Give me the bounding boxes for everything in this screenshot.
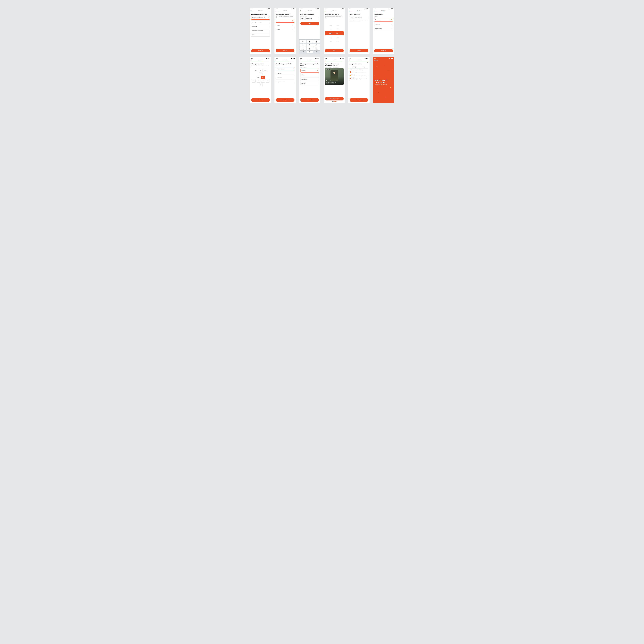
date-picker[interactable]: Aug2010 Sep2010 Oct2011 Nov2012 Dec2013 [325, 19, 344, 48]
pos-rwf[interactable]: RWF [263, 69, 267, 72]
timeline-body: We will send you a reminder that your tr… [352, 76, 368, 77]
country-code-selector[interactable]: +82⌄ [300, 17, 305, 20]
screen-step-9: 9:41 ‹Step 9 of 11 What do you want to i… [299, 57, 320, 103]
screen-subtitle: I want to… [374, 16, 393, 17]
billing-tabs: Monthly Yearly [350, 66, 368, 69]
tab-monthly[interactable]: Monthly [350, 66, 359, 68]
timeline-step-today: 🔒 Today Get access to all our programs a… [352, 71, 368, 73]
close-button[interactable]: ✕ [367, 62, 368, 63]
option-fun[interactable]: Play for fun [374, 22, 393, 26]
screen-title: What describes you best? [276, 14, 294, 15]
key-backspace[interactable]: ⌫ [313, 51, 320, 53]
back-button[interactable]: ‹ [300, 59, 301, 60]
key-9[interactable]: 9WXYZ [313, 47, 320, 50]
select-program-button[interactable]: Select this program [325, 97, 344, 100]
back-button[interactable]: ‹ [350, 59, 350, 60]
option-other[interactable]: Other [251, 33, 270, 37]
continue-button[interactable]: Continue [251, 98, 270, 102]
back-button[interactable]: ‹ [325, 10, 325, 11]
pos-amf[interactable]: AMF [259, 73, 262, 75]
timeline-step-2days: 🔔 In 2 days We will send you a reminder … [352, 75, 368, 77]
radio-icon [292, 25, 293, 26]
back-button[interactable]: ‹ [325, 59, 325, 60]
pos-lwf[interactable]: LWF [254, 69, 258, 72]
pos-dmf[interactable]: DMF [261, 76, 265, 79]
phone-input[interactable]: 01046039734 [305, 17, 319, 20]
option-ads[interactable]: Online ads [251, 25, 270, 28]
battery-icon [317, 58, 319, 59]
continue-button[interactable]: Continue [276, 49, 294, 52]
key-5[interactable]: 5JKL [307, 44, 313, 47]
pos-cb1[interactable]: CB [256, 80, 260, 83]
status-bar: 9:41 [274, 8, 296, 10]
back-button[interactable]: ‹ [300, 10, 301, 11]
option-ball-technique[interactable]: Ball technique [300, 78, 319, 81]
continue-button[interactable]: Continue [350, 49, 368, 52]
option-pro[interactable]: Become a pro [374, 18, 393, 22]
option-physical[interactable]: Physical [300, 73, 319, 77]
option-parent[interactable]: Parent [276, 28, 294, 31]
back-button[interactable]: ‹ [251, 10, 252, 11]
start-trial-button[interactable]: Start free trial [350, 98, 368, 102]
continue-button[interactable]: Continue [300, 98, 319, 102]
pos-cf[interactable]: CF [259, 69, 262, 72]
screen-title: What's your name? [350, 14, 368, 15]
continue-button[interactable]: Continue [374, 49, 393, 52]
option-4days[interactable]: 4 days/week [276, 76, 294, 79]
option-search[interactable]: Search (Google, App Store, etc.) ✓ [251, 16, 270, 20]
key-4[interactable]: 4GHI [300, 44, 306, 47]
status-time: 9:41 [350, 58, 351, 59]
key-2[interactable]: 2ABC [307, 40, 313, 43]
option-mentality[interactable]: Mentality [300, 82, 319, 85]
name-input[interactable]: Enter your name or nickname [350, 16, 368, 19]
pos-gk[interactable]: GK [259, 83, 262, 86]
option-coach[interactable]: Coach [276, 23, 294, 27]
check-icon: ✓ [268, 17, 269, 18]
key-3[interactable]: 3DEF [313, 40, 320, 43]
option-3days[interactable]: 3 days/week [276, 72, 294, 75]
key-0[interactable]: 0 [307, 51, 313, 53]
pos-rb[interactable]: RB [266, 80, 269, 83]
key-1[interactable]: 1 [300, 40, 306, 43]
status-icons [389, 9, 393, 9]
key-8[interactable]: 8TUV [307, 47, 313, 50]
step-label: Step 3 of 11 [299, 10, 320, 11]
timeline-heading: In 2 days [352, 75, 368, 75]
tab-yearly[interactable]: Yearly [359, 66, 368, 68]
back-button[interactable]: ‹ [350, 10, 350, 11]
screen-title: How often do you practice? [276, 63, 294, 65]
option-2days[interactable]: 2 days/week or less✓ [276, 67, 294, 71]
status-icons [291, 58, 294, 59]
back-button[interactable]: ‹ [374, 10, 375, 11]
pos-cb2[interactable]: CB [261, 80, 265, 83]
battery-icon [342, 9, 344, 9]
back-button[interactable]: ‹ [276, 59, 276, 60]
progress-bar [251, 61, 270, 61]
screen-step-5: 9:41 ‹Step 5 of 11 What's your name? Ent… [348, 8, 370, 54]
program-tag: PHYSICAL [326, 69, 330, 70]
option-player[interactable]: Player [276, 19, 294, 23]
back-button[interactable]: ‹ [276, 10, 276, 11]
option-friends[interactable]: Friends, family, coach [251, 20, 270, 24]
key-symbols[interactable]: + * # [300, 51, 306, 53]
status-icons [315, 9, 319, 9]
option-social[interactable]: Social media or influencers [251, 29, 270, 32]
choose-later-link[interactable]: Choose later [324, 101, 345, 103]
pos-lb[interactable]: LB [252, 80, 256, 83]
next-button[interactable]: Next [325, 49, 344, 52]
option-5days[interactable]: 5 days/week or more [276, 80, 294, 84]
option-football-iq[interactable]: Football IQ✓ [300, 69, 319, 73]
next-button[interactable]: Next [300, 22, 319, 25]
screen-title: How did you hear about us? [251, 14, 270, 15]
program-card[interactable]: PHYSICAL Goal Keeper Tricks Manchester u… [325, 68, 344, 85]
screen-subtitle: I want to improve… [300, 67, 319, 68]
key-7[interactable]: 7PQRS [300, 47, 306, 50]
pos-cmf[interactable]: CMF [256, 76, 260, 79]
continue-button[interactable]: Continue [276, 98, 294, 102]
progress-header: ‹Step 9 of 11 [299, 59, 320, 61]
option-university[interactable]: Play at university [374, 27, 393, 30]
continue-button[interactable]: Continue [251, 49, 270, 52]
key-6[interactable]: 6MNO [313, 44, 320, 47]
option-label: Become a pro [375, 19, 381, 20]
back-button[interactable]: ‹ [251, 59, 252, 60]
